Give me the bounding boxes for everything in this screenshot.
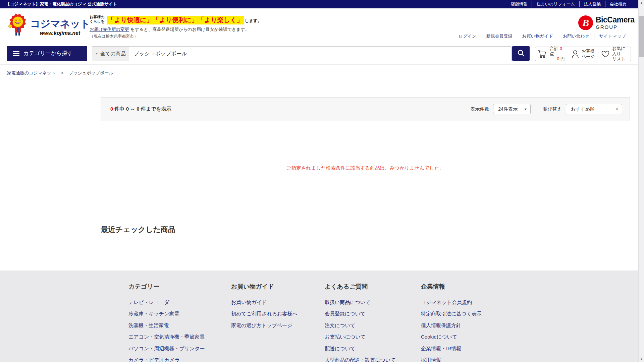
search-icon — [517, 49, 525, 58]
nav-login[interactable]: ログイン — [454, 33, 481, 40]
footer-link[interactable]: 大型商品の配送・設置について — [325, 357, 396, 362]
breadcrumb-current: プッシュポップボール — [69, 70, 113, 75]
footer-divider — [319, 280, 319, 362]
header-nav: ログイン 新規会員登録 お買い物ガイド お問い合わせ サイトマップ — [454, 33, 631, 40]
biccamera-b-icon: B — [578, 15, 593, 30]
topbar-links: 店舗情報 住まいのリフォーム 法人営業 会社概要 — [506, 1, 631, 7]
nav-contact[interactable]: お問い合わせ — [558, 33, 594, 40]
footer-link[interactable]: 個人情報保護方針 — [421, 322, 461, 329]
footer-link[interactable]: 洗濯機・生活家電 — [128, 322, 169, 329]
biccamera-name: BicCamera — [596, 16, 635, 24]
no-results-message: ご指定されました検索条件に該当する商品は、みつかりませんでした。 — [101, 165, 630, 171]
footer-heading-corporate: 企業情報 — [421, 283, 445, 291]
favorites-button[interactable]: お気に入り リスト — [599, 47, 631, 61]
account-page-label: お客様 ページ — [582, 49, 595, 59]
footer-divider — [416, 280, 416, 362]
nav-sitemap[interactable]: サイトマップ — [594, 33, 631, 40]
footer-link[interactable]: 注文について — [325, 322, 355, 329]
kojima-logo-text: コジマネット www.kojima.net — [30, 13, 90, 36]
chevron-down-icon: ▼ — [95, 52, 98, 55]
delivery-note: をすると、商品発送場所からのお届け目安が確認できます。 — [129, 27, 250, 32]
footer-link[interactable]: 家電の選び方トップページ — [231, 322, 292, 329]
footer-heading-categories: カテゴリー — [128, 283, 159, 291]
site-title: 【コジマネット】家電・電化製品のコジマ 公式通販サイト — [6, 1, 117, 7]
search-box: ▼ 全ての商品 — [92, 46, 512, 61]
top-bar: 【コジマネット】家電・電化製品のコジマ 公式通販サイト 店舗情報 住まいのリフォ… — [0, 0, 638, 8]
cart-total-text: 合計 0 点 0 円 — [550, 46, 565, 62]
chevron-down-icon: ▼ — [615, 108, 619, 111]
search-scope-value: 全ての商品 — [100, 51, 126, 57]
nav-shopping-guide[interactable]: お買い物ガイド — [517, 33, 558, 40]
category-menu-label: カテゴリーから探す — [23, 50, 73, 57]
footer-divider — [223, 280, 223, 362]
footer-link[interactable]: 企業情報・IR情報 — [421, 346, 461, 352]
heart-icon — [601, 50, 610, 58]
tagline-prefix: お客様の くらしを — [90, 15, 105, 24]
topbar-link-reform[interactable]: 住まいのリフォーム — [532, 1, 579, 7]
footer-heading-faq: よくあるご質問 — [325, 283, 368, 291]
kojima-logo-name: コジマネット — [30, 19, 90, 29]
topbar-link-corporate-sales[interactable]: 法人営業 — [580, 1, 605, 7]
topbar-link-stores[interactable]: 店舗情報 — [506, 1, 532, 7]
breadcrumb: 家電通販のコジマネット > プッシュポップボール — [7, 70, 113, 76]
footer-link[interactable]: テレビ・レコーダー — [128, 299, 174, 306]
chevron-down-icon: ▼ — [524, 108, 527, 111]
scrollbar[interactable]: ▲ ▼ — [638, 0, 644, 362]
account-page-button[interactable]: お客様 ページ — [567, 47, 599, 61]
delivery-current-location: （現在は栃木県宇都宮市） — [90, 34, 262, 39]
sort-select[interactable]: おすすめ順 ▼ — [566, 104, 622, 114]
scrollbar-thumb[interactable] — [639, 16, 644, 57]
footer-link[interactable]: 取扱い商品について — [325, 299, 371, 306]
results-bar: 0 件中 0 ～ 0 件までを表示 表示件数 24件表示 ▼ 並び替え おすすめ… — [101, 97, 630, 121]
footer-link[interactable]: お買い物ガイド — [231, 299, 267, 306]
user-icon — [571, 50, 579, 58]
tagline-highlight: 「より快適に」「より便利に」「より楽しく」 — [107, 16, 244, 24]
favorites-label: お気に入り リスト — [612, 46, 629, 62]
breadcrumb-separator: > — [61, 70, 64, 75]
footer-link[interactable]: カメラ・ビデオカメラ — [128, 357, 180, 362]
display-count-select[interactable]: 24件表示 ▼ — [493, 104, 531, 114]
page: 【コジマネット】家電・電化製品のコジマ 公式通販サイト 店舗情報 住まいのリフォ… — [0, 0, 644, 362]
recently-checked-heading: 最近チェックした商品 — [101, 225, 175, 235]
footer-link[interactable]: Cookieについて — [421, 334, 457, 340]
footer-link[interactable]: お支払いについて — [325, 334, 366, 340]
tagline-suffix: します。 — [245, 18, 262, 24]
footer-link[interactable]: 会員登録について — [325, 311, 365, 317]
nav-register[interactable]: 新規会員登録 — [481, 33, 517, 40]
search-button[interactable] — [512, 46, 530, 61]
footer-link[interactable]: 採用情報 — [421, 357, 441, 362]
biccamera-group-sub: GROUP — [596, 24, 635, 29]
display-count-label: 表示件数 — [470, 106, 489, 112]
kojima-logo-url: www.kojima.net — [30, 30, 90, 36]
kojima-logo[interactable]: コジマネット www.kojima.net — [7, 13, 90, 38]
sort-label: 並び替え — [543, 106, 562, 112]
cart-icon — [537, 50, 547, 58]
delivery-address-change-link[interactable]: お届け先住所の変更 — [90, 27, 129, 32]
footer-link[interactable]: 配送について — [325, 346, 355, 352]
header-tagline: お客様の くらしを 「より快適に」「より便利に」「より楽しく」 します。 お届け… — [90, 15, 262, 39]
scrollbar-up-icon[interactable]: ▲ — [639, 0, 644, 6]
results-controls: 表示件数 24件表示 ▼ 並び替え おすすめ順 ▼ — [470, 104, 622, 114]
footer-heading-shopping-guide: お買い物ガイド — [231, 283, 274, 291]
biccamera-group-logo: B BicCamera GROUP — [578, 15, 635, 30]
category-menu-button[interactable]: カテゴリーから探す — [7, 46, 87, 61]
search-scope-select[interactable]: ▼ 全ての商品 — [92, 47, 129, 61]
footer-link[interactable]: 初めてご利用されるお客様へ — [231, 311, 298, 317]
footer: カテゴリー テレビ・レコーダー 冷蔵庫・キッチン家電 洗濯機・生活家電 エアコン… — [0, 270, 638, 362]
scrollbar-down-icon[interactable]: ▼ — [639, 356, 644, 362]
footer-link[interactable]: 冷蔵庫・キッチン家電 — [128, 311, 179, 317]
breadcrumb-home-link[interactable]: 家電通販のコジマネット — [7, 70, 56, 75]
results-count: 0 件中 0 ～ 0 件までを表示 — [110, 106, 171, 112]
footer-link[interactable]: エアコン・空気清浄機・季節家電 — [128, 334, 204, 340]
footer-link[interactable]: パソコン・周辺機器・プリンター — [128, 346, 205, 352]
topbar-link-company[interactable]: 会社概要 — [605, 1, 631, 7]
cart-button[interactable]: 合計 0 点 0 円 — [535, 47, 567, 61]
kojima-mascot-icon — [7, 13, 29, 38]
footer-link[interactable]: 特定商取引法に基づく表示 — [421, 311, 482, 317]
user-utility-box: 合計 0 点 0 円 お客様 ページ お気に入り リスト — [535, 47, 631, 61]
header-divider — [0, 64, 638, 65]
footer-link[interactable]: コジマネット会員規約 — [421, 299, 472, 306]
search-input[interactable] — [129, 47, 511, 61]
hamburger-icon — [13, 51, 19, 56]
